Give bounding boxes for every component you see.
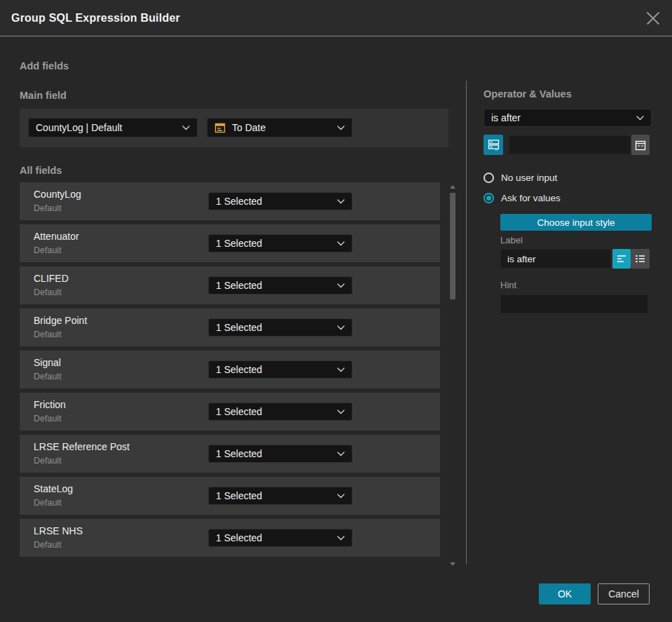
main-field-date-value: To Date — [232, 122, 266, 133]
field-name: StateLog — [34, 483, 73, 494]
label-caption: Label — [500, 235, 523, 245]
field-row: Signal Default 1 Selected — [20, 351, 440, 388]
single-line-style-button[interactable] — [612, 249, 631, 269]
align-left-icon — [617, 255, 627, 264]
field-name: CLIFED — [34, 273, 69, 284]
field-selected-value: 1 Selected — [216, 238, 262, 249]
chevron-down-icon — [337, 367, 345, 372]
field-subtitle: Default — [34, 540, 62, 550]
field-row: CountyLog Default 1 Selected — [20, 182, 440, 220]
label-input[interactable] — [500, 249, 611, 269]
field-selected-value: 1 Selected — [216, 196, 262, 207]
add-fields-heading: Add fields — [20, 60, 69, 72]
field-subtitle: Default — [34, 245, 62, 255]
field-name: Bridge Point — [34, 315, 87, 326]
dialog-title: Group SQL Expression Builder — [11, 12, 180, 25]
field-subtitle: Default — [34, 330, 62, 339]
operator-select[interactable]: is after — [484, 109, 652, 127]
field-row: StateLog Default 1 Selected — [20, 477, 440, 515]
chevron-down-icon — [337, 494, 345, 499]
group-sql-expression-builder-dialog: Group SQL Expression Builder Add fields … — [0, 0, 672, 622]
field-name: LRSE Reference Post — [34, 441, 130, 452]
dialog-titlebar: Group SQL Expression Builder — [0, 0, 672, 36]
field-selected-dropdown[interactable]: 1 Selected — [208, 276, 352, 295]
radio-ask-for-values[interactable]: Ask for values — [484, 193, 561, 203]
field-selected-dropdown[interactable]: 1 Selected — [208, 445, 352, 463]
chevron-down-icon — [337, 452, 345, 457]
list-icon — [635, 255, 645, 264]
field-selected-dropdown[interactable]: 1 Selected — [208, 234, 352, 252]
main-field-label: Main field — [20, 90, 67, 101]
hint-input[interactable] — [500, 295, 648, 313]
field-selected-value: 1 Selected — [216, 406, 262, 417]
cancel-button[interactable]: Cancel — [598, 583, 650, 604]
field-row: LRSE Reference Post Default 1 Selected — [20, 435, 440, 473]
field-selected-value: 1 Selected — [216, 532, 262, 543]
chevron-down-icon — [337, 241, 345, 246]
chevron-down-icon — [182, 126, 190, 130]
list-style-button[interactable] — [631, 249, 650, 269]
main-field-panel: CountyLog | Default To Date — [20, 109, 448, 147]
main-field-select[interactable]: CountyLog | Default — [28, 118, 198, 137]
field-subtitle: Default — [34, 203, 62, 213]
all-fields-label: All fields — [20, 165, 62, 176]
field-selected-value: 1 Selected — [216, 322, 262, 333]
field-name: Signal — [34, 357, 61, 368]
field-name: CountyLog — [34, 189, 81, 200]
ok-button[interactable]: OK — [539, 583, 591, 604]
chevron-down-icon — [337, 283, 345, 288]
operator-value: is after — [491, 112, 521, 123]
field-selected-value: 1 Selected — [216, 490, 262, 501]
field-subtitle: Default — [34, 414, 62, 424]
calendar-icon — [635, 140, 646, 151]
chevron-down-icon — [337, 126, 345, 130]
field-selected-value: 1 Selected — [216, 364, 262, 375]
field-selected-dropdown[interactable]: 1 Selected — [208, 318, 352, 337]
radio-no-user-input[interactable]: No user input — [484, 173, 557, 183]
field-name: Attenuator — [34, 231, 79, 242]
radio-label: No user input — [501, 173, 557, 183]
field-selected-dropdown[interactable]: 1 Selected — [208, 192, 352, 210]
main-field-date-select[interactable]: To Date — [207, 118, 352, 137]
field-row: CLIFED Default 1 Selected — [20, 266, 440, 304]
field-row: Attenuator Default 1 Selected — [20, 224, 440, 262]
chevron-down-icon — [337, 325, 345, 330]
chevron-down-icon — [636, 116, 644, 121]
operator-values-heading: Operator & Values — [484, 88, 572, 100]
value-input[interactable] — [509, 135, 631, 154]
field-row: Friction Default 1 Selected — [20, 393, 440, 431]
panel-divider — [466, 81, 467, 564]
calendar-icon — [214, 122, 226, 133]
chevron-down-icon — [337, 199, 345, 204]
field-row: Bridge Point Default 1 Selected — [20, 309, 440, 346]
field-subtitle: Default — [34, 372, 62, 381]
main-field-select-value: CountyLog | Default — [36, 122, 123, 133]
chevron-down-icon — [337, 410, 345, 414]
field-selected-dropdown[interactable]: 1 Selected — [208, 403, 352, 421]
field-selected-dropdown[interactable]: 1 Selected — [208, 529, 352, 547]
field-subtitle: Default — [34, 498, 62, 508]
close-icon[interactable] — [645, 11, 661, 26]
field-selected-value: 1 Selected — [216, 280, 262, 291]
scroll-up-icon[interactable] — [450, 185, 455, 189]
field-row: LRSE NHS Default 1 Selected — [20, 519, 440, 557]
field-name: Friction — [34, 399, 66, 410]
unique-values-button[interactable] — [484, 135, 503, 155]
field-selected-value: 1 Selected — [216, 448, 262, 459]
field-selected-dropdown[interactable]: 1 Selected — [208, 360, 352, 379]
list-scrollbar[interactable] — [449, 184, 456, 566]
radio-selected-icon — [484, 193, 494, 203]
values-stack-icon — [488, 139, 500, 151]
choose-input-style-button[interactable]: Choose input style — [500, 214, 652, 231]
hint-caption: Hint — [500, 280, 516, 290]
field-subtitle: Default — [34, 456, 62, 466]
field-subtitle: Default — [34, 288, 62, 297]
field-name: LRSE NHS — [34, 525, 83, 536]
calendar-picker-button[interactable] — [631, 135, 650, 155]
radio-label: Ask for values — [501, 193, 561, 203]
field-selected-dropdown[interactable]: 1 Selected — [208, 487, 352, 505]
radio-icon — [484, 173, 494, 183]
scrollbar-thumb[interactable] — [450, 193, 455, 299]
scroll-down-icon[interactable] — [450, 562, 455, 566]
chevron-down-icon — [337, 536, 345, 541]
